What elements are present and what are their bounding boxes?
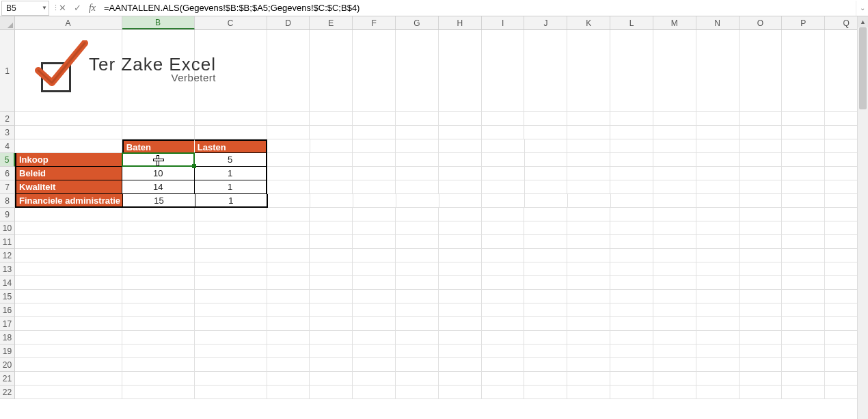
- vertical-scrollbar[interactable]: ▲: [857, 16, 868, 419]
- cell-J1[interactable]: [524, 30, 567, 112]
- column-header-D[interactable]: D: [267, 16, 310, 29]
- row-header-15[interactable]: 15: [0, 290, 15, 303]
- cell-A3[interactable]: [15, 126, 122, 139]
- cell-C3[interactable]: [195, 126, 267, 139]
- expand-formula-bar-button[interactable]: ⌄: [856, 1, 868, 16]
- column-header-J[interactable]: J: [524, 16, 567, 29]
- cell-N1[interactable]: [696, 30, 740, 112]
- cell-A2[interactable]: [15, 112, 122, 126]
- cell-B8[interactable]: 15: [123, 194, 195, 208]
- column-header-K[interactable]: K: [567, 16, 610, 29]
- row-header-12[interactable]: 12: [0, 249, 15, 262]
- column-header-F[interactable]: F: [353, 16, 396, 29]
- logo-mark: [36, 47, 83, 95]
- checkmark-icon: [34, 40, 89, 95]
- column-header-L[interactable]: L: [610, 16, 653, 29]
- cell-M1[interactable]: [653, 30, 696, 112]
- rows: 1 Ter Zake Excel Verbetert: [0, 30, 868, 399]
- row-header-2[interactable]: 2: [0, 112, 15, 126]
- column-header-O[interactable]: O: [740, 16, 783, 29]
- scroll-up-button[interactable]: ▲: [858, 16, 868, 27]
- cell-A1[interactable]: Ter Zake Excel Verbetert: [15, 30, 122, 112]
- column-headers: A B C D E F G H I J K L M N O P Q: [0, 16, 868, 30]
- row-header-22[interactable]: 22: [0, 386, 15, 399]
- cell-C8[interactable]: 1: [195, 194, 268, 208]
- spreadsheet-grid: A B C D E F G H I J K L M N O P Q 1: [0, 16, 868, 399]
- logo-title: Ter Zake Excel: [89, 57, 216, 71]
- row-header-5[interactable]: 5: [0, 153, 15, 167]
- select-all-corner[interactable]: [0, 16, 15, 29]
- row-header-17[interactable]: 17: [0, 317, 15, 331]
- column-header-A[interactable]: A: [15, 16, 122, 29]
- row-header-21[interactable]: 21: [0, 372, 15, 386]
- row-header-1[interactable]: 1: [0, 30, 15, 112]
- column-header-N[interactable]: N: [696, 16, 740, 29]
- separator: ⋮: [49, 3, 55, 12]
- cell-B2[interactable]: [122, 112, 195, 126]
- row-header-6[interactable]: 6: [0, 167, 15, 180]
- row-header-20[interactable]: 20: [0, 358, 15, 372]
- cell-C4[interactable]: Lasten: [195, 139, 267, 153]
- enter-formula-button[interactable]: ✓: [70, 1, 85, 16]
- cell-L1[interactable]: [610, 30, 653, 112]
- cell-K1[interactable]: [567, 30, 610, 112]
- cancel-formula-button[interactable]: ✕: [55, 1, 70, 16]
- name-box-dropdown-icon[interactable]: ▼: [42, 1, 47, 16]
- cell-C7[interactable]: 1: [195, 180, 267, 194]
- selection-outline: [122, 152, 195, 167]
- column-header-H[interactable]: H: [439, 16, 482, 29]
- cell-P1[interactable]: [782, 30, 825, 112]
- column-header-M[interactable]: M: [653, 16, 696, 29]
- cell-B4[interactable]: Baten: [122, 139, 195, 153]
- cell-B5[interactable]: [122, 153, 195, 167]
- formula-bar: B5 ▼ ⋮ ✕ ✓ fx ⌄: [0, 0, 868, 16]
- column-header-I[interactable]: I: [482, 16, 525, 29]
- cell-D1[interactable]: [267, 30, 310, 112]
- cell-A6[interactable]: Beleid: [15, 167, 122, 180]
- formula-input[interactable]: [100, 1, 856, 16]
- cell-B7[interactable]: 14: [122, 180, 195, 194]
- cell-B6[interactable]: 10: [122, 167, 195, 180]
- cell-E1[interactable]: [310, 30, 353, 112]
- row-header-14[interactable]: 14: [0, 276, 15, 290]
- column-header-P[interactable]: P: [782, 16, 825, 29]
- cell-C2[interactable]: [195, 112, 267, 126]
- row-header-4[interactable]: 4: [0, 139, 15, 153]
- column-header-E[interactable]: E: [310, 16, 353, 29]
- row-header-13[interactable]: 13: [0, 262, 15, 276]
- cell-O1[interactable]: [740, 30, 783, 112]
- row-header-16[interactable]: 16: [0, 303, 15, 317]
- column-header-C[interactable]: C: [195, 16, 267, 29]
- cell-cursor-icon: [153, 155, 163, 165]
- cell-I1[interactable]: [482, 30, 525, 112]
- cell-C6[interactable]: 1: [195, 167, 267, 180]
- column-header-B[interactable]: B: [122, 16, 195, 29]
- row-header-8[interactable]: 8: [0, 194, 15, 208]
- row-header-18[interactable]: 18: [0, 331, 15, 344]
- cell-F1[interactable]: [353, 30, 396, 112]
- cell-C5[interactable]: 5: [195, 153, 267, 167]
- cell-A8[interactable]: Financiele administratie: [15, 194, 123, 208]
- scroll-thumb[interactable]: [859, 27, 867, 109]
- cell-B3[interactable]: [122, 126, 195, 139]
- row-header-19[interactable]: 19: [0, 344, 15, 358]
- row-header-7[interactable]: 7: [0, 180, 15, 194]
- cell-reference: B5: [6, 1, 16, 16]
- row-header-11[interactable]: 11: [0, 235, 15, 249]
- logo: Ter Zake Excel Verbetert: [36, 37, 241, 105]
- cell-A4[interactable]: [15, 139, 122, 153]
- fx-button[interactable]: fx: [85, 1, 100, 16]
- row-header-10[interactable]: 10: [0, 221, 15, 235]
- cell-H1[interactable]: [439, 30, 482, 112]
- row-header-3[interactable]: 3: [0, 126, 15, 139]
- row-header-9[interactable]: 9: [0, 208, 15, 221]
- name-box[interactable]: B5 ▼: [1, 1, 49, 16]
- cell-A5[interactable]: Inkoop: [15, 153, 122, 167]
- cell-A7[interactable]: Kwaliteit: [15, 180, 122, 194]
- cell-G1[interactable]: [396, 30, 439, 112]
- column-header-G[interactable]: G: [396, 16, 439, 29]
- fill-handle[interactable]: [192, 164, 196, 168]
- row-1: 1 Ter Zake Excel Verbetert: [0, 30, 868, 112]
